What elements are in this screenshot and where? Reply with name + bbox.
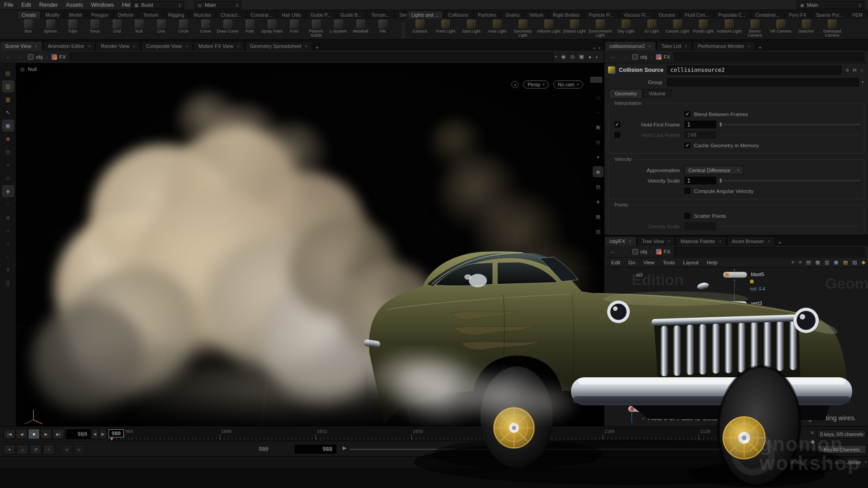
ghosting-icon[interactable]: ◎ [593,137,603,147]
pane-tab[interactable]: Render View × [96,41,141,51]
shelf-tab[interactable]: Create [17,11,41,19]
netview-tools-icon[interactable]: × [791,259,794,265]
selection-options-icon[interactable]: ◇ [3,173,14,183]
node-vert3[interactable] [723,301,747,307]
animation-options-icon[interactable]: ◆ [811,439,815,445]
lighting-toggle-icon[interactable]: ◉ [593,167,603,177]
hold-first-frame-enable-checkbox[interactable]: ✓ [614,122,620,127]
shelf-tab[interactable]: Muscles [189,11,216,19]
node-label[interactable]: st3 [636,272,643,277]
snap-grid-icon[interactable]: ∩ [3,238,14,249]
hold-first-frame-slider[interactable] [720,124,860,125]
show-objects-icon[interactable]: ▤ [3,68,14,79]
path-chip-obj[interactable]: obj [26,53,44,61]
pane-tab[interactable]: Take List × [656,41,692,51]
timeline-ruler[interactable]: 980 984100810321056108011041128 [108,428,727,441]
shelf-tool[interactable]: Torus [84,19,106,39]
network-canvas[interactable]: Edition Geometry st3 blast5 not: 0-4 ver… [604,267,868,426]
hold-last-frame-slider[interactable] [720,134,860,136]
velocity-scale-slider[interactable] [720,180,860,181]
pane-tab[interactable]: Geometry Spreadsheet × [245,41,313,51]
shelf-tool[interactable]: Area Light [484,19,510,39]
stowbar-icon[interactable]: ▪ [596,54,598,60]
add-pane-tab-icon[interactable]: + [313,44,321,51]
visualizers-icon[interactable]: ◈ [593,197,603,206]
add-pane-tab-icon[interactable]: + [756,44,764,51]
radial-menu-icon[interactable]: ◎ [570,54,575,60]
shelf-tab[interactable]: Populate C... [714,11,750,19]
shelf-tool[interactable]: Environment Light [587,19,613,39]
pane-tab[interactable]: Scene View × [0,41,42,51]
shelf-tool[interactable]: Metaball [349,19,372,39]
hold-last-frame-enable-checkbox[interactable] [614,132,620,138]
close-icon[interactable]: × [768,239,770,244]
shelf-tool[interactable]: Circle [172,19,194,39]
desktop-selector[interactable]: ▦ Build ▴▾ [131,1,184,9]
world-icon[interactable]: ● [588,54,591,60]
close-icon[interactable]: × [185,44,188,49]
menu-item[interactable]: Windows [87,2,118,8]
close-icon[interactable]: × [685,44,688,49]
realtime-toggle-icon[interactable]: ○ [43,444,55,455]
secure-selection-toggle-icon[interactable]: ▣ [593,122,603,132]
density-scale-field[interactable] [684,222,716,230]
netview-panes-icon[interactable]: ▥ [825,259,829,265]
shelf-tool[interactable]: Geometry Light [510,19,536,39]
shelf-tool[interactable]: Sky Light [613,19,639,39]
node-name-field[interactable]: collisionsource2 [667,66,841,75]
shelf-tab[interactable]: Guide B... [336,11,366,19]
play-forward-button[interactable]: ▶ [40,429,52,439]
shelf-tab[interactable]: Collisions [443,11,473,19]
recook-icon[interactable]: ↻ [826,459,831,465]
snap-primitives-icon[interactable]: ∩ [3,225,14,236]
close-icon[interactable]: × [88,44,90,49]
shelf-tool[interactable]: Spray Paint [261,19,283,39]
dec-increment-icon[interactable]: ◀ [61,444,72,455]
network-menu-item[interactable]: Go [624,260,639,265]
network-menu-item[interactable]: Help [703,260,722,265]
next-frame-button[interactable]: |▶ [99,429,106,439]
shelf-tool[interactable]: Spot Light [458,19,484,39]
close-icon[interactable]: × [237,44,240,49]
menu-item[interactable]: Edit [17,2,35,8]
menu-item[interactable]: File [0,2,17,8]
netview-list-icon[interactable]: ≡ [799,259,802,265]
compute-angular-velocity-checkbox[interactable] [684,188,690,194]
grid-toggle-icon[interactable]: ▦ [593,211,603,221]
radial-menu-selector[interactable]: ◉ Main ▴▾ [797,1,864,9]
shelf-tab[interactable]: Guide P... [306,11,335,19]
network-menu-item[interactable]: View [639,260,659,265]
shelf-tab[interactable]: Particles [473,11,500,19]
select-icon[interactable]: ↖ [3,107,14,118]
playhead-marker[interactable] [110,438,113,441]
shelf-tool[interactable]: Camera [407,19,433,39]
shelf-tab[interactable]: Pyro FX [784,11,811,19]
shelf-tool[interactable]: Portal Light [690,19,716,39]
node-blast5[interactable] [723,272,747,278]
path-chip-fx[interactable]: FX [654,248,672,255]
scoped-channels-icon[interactable]: ≡ [811,430,815,435]
pane-menu-icon[interactable]: ▾ [599,46,600,50]
camera-menu[interactable]: No cam ▾ [553,80,583,89]
path-field[interactable] [674,52,864,61]
import-geometry-icon[interactable]: ▥ [3,81,14,92]
secure-selection-icon[interactable]: ▣ [3,120,14,131]
flipbook-icon[interactable]: ▧ [593,226,603,236]
shelf-tool[interactable]: Volume Light [536,19,561,39]
spinner-icon[interactable]: ▴▾ [821,460,823,465]
shelf-tab[interactable]: Model [64,11,86,19]
scatter-points-checkbox[interactable] [684,213,690,219]
close-icon[interactable]: × [133,44,136,49]
blend-between-frames-checkbox[interactable]: ✓ [684,111,690,117]
close-icon[interactable]: × [668,239,670,244]
netview-image-icon[interactable]: ▨ [852,259,857,265]
goto-start-button[interactable]: |◀ [4,429,15,439]
view-options-icon[interactable]: □ [593,92,603,102]
netview-flags-icon[interactable]: ▣ [834,259,838,265]
pane-tab[interactable]: Motion FX View × [193,41,245,51]
snapshot-icon[interactable]: ▤ [593,182,603,192]
shelf-tool[interactable]: L-System [327,19,349,39]
shelf-tab[interactable]: Oceans [654,11,679,19]
audio-options-icon[interactable]: ♪ [17,444,28,455]
search-icon[interactable]: ○ [860,67,863,73]
